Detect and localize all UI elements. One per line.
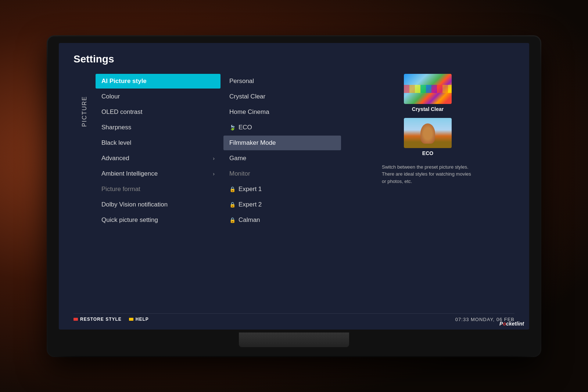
- menu-column-2: PersonalCrystal ClearHome Cinema🍃ECOFilm…: [223, 74, 341, 313]
- sub-menu-item-expert-1[interactable]: 🔒Expert 1: [223, 182, 341, 197]
- screen-content: Settings Picture AI Picture styleColourO…: [59, 43, 529, 330]
- restore-style-label: RESTORE STYLE: [80, 317, 122, 322]
- sub-menu-label-home-cinema: Home Cinema: [229, 108, 269, 116]
- picture-label-col: Picture: [74, 74, 96, 313]
- menu-item-label-colour: Colour: [101, 93, 120, 100]
- menu-container: Picture AI Picture styleColourOLED contr…: [74, 74, 514, 313]
- menu-item-black-level[interactable]: Black level: [96, 136, 220, 150]
- menu-item-label-quick-picture-setting: Quick picture setting: [101, 216, 158, 224]
- page-title: Settings: [74, 53, 514, 65]
- sub-menu-label-monitor: Monitor: [229, 170, 250, 177]
- sub-menu-icon-expert-1: 🔒: [229, 186, 236, 192]
- sub-menu-label-filmmaker-mode: Filmmaker Mode: [229, 139, 276, 147]
- chevron-right-icon: ›: [213, 155, 215, 161]
- sub-menu-label-expert-1: Expert 1: [239, 186, 262, 193]
- red-button-icon: [74, 318, 78, 321]
- menu-item-sharpness[interactable]: Sharpness: [96, 120, 220, 135]
- menu-item-quick-picture-setting[interactable]: Quick picture setting: [96, 213, 220, 227]
- preview-label-crystal: Crystal Clear: [412, 106, 444, 112]
- menu-item-label-ai-picture-style: AI Picture style: [101, 78, 147, 85]
- help-button[interactable]: HELP: [129, 317, 149, 322]
- menu-item-oled-contrast[interactable]: OLED contrast: [96, 105, 220, 119]
- sub-menu-item-personal[interactable]: Personal: [223, 74, 341, 89]
- menu-item-label-black-level: Black level: [101, 139, 131, 147]
- picture-label: Picture: [81, 96, 88, 127]
- sub-menu-item-game[interactable]: Game: [223, 151, 341, 166]
- menu-item-label-picture-format: Picture format: [101, 186, 140, 193]
- menu-item-ai-picture-style[interactable]: AI Picture style: [96, 74, 220, 89]
- sub-menu-icon-calman: 🔒: [229, 217, 236, 223]
- preview-card-eco: ECO: [404, 118, 452, 156]
- menu-item-dolby-vision-notification[interactable]: Dolby Vision notification: [96, 197, 220, 212]
- tv-screen: Settings Picture AI Picture styleColourO…: [59, 43, 529, 330]
- menu-item-label-advanced: Advanced: [101, 155, 129, 162]
- chevron-right-icon: ›: [213, 171, 215, 177]
- right-panel: Crystal Clear ECO Switch between the pre…: [341, 74, 514, 313]
- yellow-button-icon: [129, 318, 133, 321]
- menu-column-1: AI Picture styleColourOLED contrastSharp…: [96, 74, 220, 313]
- sub-menu-item-home-cinema[interactable]: Home Cinema: [223, 105, 341, 119]
- sub-menu-label-game: Game: [229, 155, 246, 162]
- menu-item-ambient-intelligence[interactable]: Ambient Intelligence›: [96, 166, 220, 181]
- preview-label-eco: ECO: [422, 150, 433, 156]
- restore-style-button[interactable]: RESTORE STYLE: [74, 317, 122, 322]
- menu-item-picture-format[interactable]: Picture format: [96, 182, 220, 197]
- bottom-bar: RESTORE STYLE HELP 07:33 MONDAY, 06 FEB: [74, 313, 514, 322]
- sub-menu-item-eco[interactable]: 🍃ECO: [223, 120, 341, 135]
- sub-menu-item-calman[interactable]: 🔒Calman: [223, 213, 341, 227]
- menu-item-label-sharpness: Sharpness: [101, 124, 131, 131]
- preview-image-crystal: [404, 74, 452, 104]
- preview-card-crystal: Crystal Clear: [404, 74, 452, 112]
- bottom-bar-left: RESTORE STYLE HELP: [74, 317, 149, 322]
- sub-menu-label-personal: Personal: [229, 78, 254, 85]
- sub-menu-label-eco: ECO: [239, 124, 252, 131]
- sub-menu-label-crystal-clear: Crystal Clear: [229, 93, 265, 100]
- sub-menu-label-calman: Calman: [239, 216, 260, 224]
- menu-item-label-dolby-vision-notification: Dolby Vision notification: [101, 201, 168, 208]
- sub-menu-label-expert-2: Expert 2: [239, 201, 262, 208]
- help-label: HELP: [136, 317, 149, 322]
- sub-menu-item-crystal-clear[interactable]: Crystal Clear: [223, 89, 341, 104]
- sub-menu-icon-eco: 🍃: [229, 125, 236, 130]
- tv-stand: [239, 332, 349, 347]
- sub-menu-item-expert-2[interactable]: 🔒Expert 2: [223, 197, 341, 212]
- tv-frame: Settings Picture AI Picture styleColourO…: [48, 36, 540, 356]
- menu-item-label-ambient-intelligence: Ambient Intelligence: [101, 170, 158, 177]
- sub-menu-item-filmmaker-mode[interactable]: Filmmaker Mode: [223, 136, 341, 150]
- menu-item-label-oled-contrast: OLED contrast: [101, 108, 143, 116]
- menu-item-colour[interactable]: Colour: [96, 89, 220, 104]
- sub-menu-icon-expert-2: 🔒: [229, 202, 236, 208]
- menu-item-advanced[interactable]: Advanced›: [96, 151, 220, 166]
- pocketlint-watermark: Pocketlint: [499, 321, 524, 327]
- description-text: Switch between the preset picture styles…: [382, 163, 474, 185]
- sub-menu-item-monitor[interactable]: Monitor: [223, 166, 341, 181]
- preview-image-eco: [404, 118, 452, 148]
